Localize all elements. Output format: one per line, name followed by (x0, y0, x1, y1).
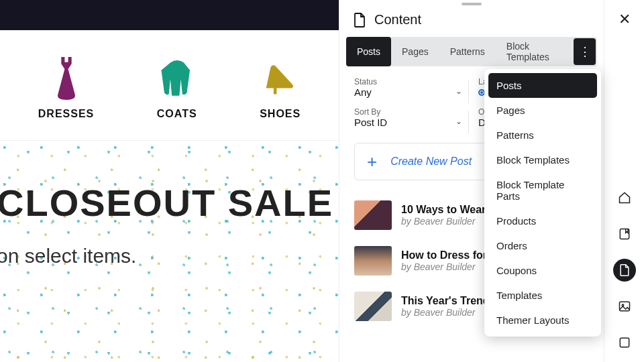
plus-icon: + (367, 152, 377, 172)
rail-content-button[interactable] (613, 259, 636, 282)
dropdown-item-coupons[interactable]: Coupons (488, 258, 597, 283)
tab-block-templates[interactable]: Block Templates (496, 37, 574, 66)
svg-rect-3 (620, 338, 629, 347)
tab-pages[interactable]: Pages (391, 37, 439, 66)
chevron-down-icon: ⌄ (455, 86, 462, 96)
category-label: SHOES (260, 108, 301, 120)
dropdown-item-pages[interactable]: Pages (488, 98, 597, 123)
close-icon: ✕ (619, 11, 631, 27)
rail-layout-button[interactable] (613, 331, 636, 354)
category-label: COATS (157, 108, 197, 120)
post-thumbnail (354, 200, 392, 230)
rail-home-button[interactable] (613, 186, 636, 209)
category-row: DRESSES COATS SHOES (0, 30, 339, 141)
filter-sort[interactable]: Sort By Post ID ⌄ (347, 103, 472, 133)
category-coats[interactable]: COATS (157, 57, 197, 120)
dropdown-item-orders[interactable]: Orders (488, 233, 597, 258)
post-thumbnail (354, 246, 392, 276)
more-tabs-button[interactable]: ⋮ (574, 38, 596, 65)
tabs: Posts Pages Patterns Block Templates ⋮ (346, 37, 597, 66)
post-author: by Beaver Builder (401, 307, 495, 318)
dropdown-item-patterns[interactable]: Patterns (488, 123, 597, 147)
filter-value: Any (354, 86, 465, 98)
coat-icon (158, 57, 196, 100)
document-icon (353, 13, 366, 27)
panel-header: Content (339, 0, 604, 37)
filter-label: Status (354, 77, 465, 86)
site-top-bar (0, 0, 339, 30)
image-icon (618, 300, 631, 313)
promo-banner: CLOSEOUT SALE on select items. (0, 141, 339, 362)
rail-bookmark-button[interactable] (613, 223, 636, 245)
category-label: DRESSES (38, 108, 94, 120)
dropdown-item-products[interactable]: Products (488, 208, 597, 233)
rail-media-button[interactable] (613, 295, 636, 318)
filter-label: Sort By (354, 107, 465, 117)
post-type-dropdown: Posts Pages Patterns Block Templates Blo… (484, 69, 601, 337)
more-icon: ⋮ (579, 44, 590, 59)
drag-handle[interactable] (462, 3, 482, 5)
promo-subtitle: on select items. (0, 245, 136, 267)
layout-icon (618, 336, 631, 349)
post-title: This Year's Trends (401, 295, 495, 307)
shoe-icon (262, 57, 299, 100)
right-rail: ✕ (604, 0, 644, 362)
tab-posts[interactable]: Posts (346, 37, 391, 66)
dropdown-item-block-templates[interactable]: Block Templates (488, 147, 597, 172)
category-dresses[interactable]: DRESSES (38, 57, 94, 120)
dress-icon (48, 57, 85, 100)
filter-value: Post ID (354, 117, 465, 128)
panel-title: Content (374, 12, 590, 27)
dropdown-item-posts[interactable]: Posts (488, 73, 597, 98)
site-preview: DRESSES COATS SHOES CLOSEOUT SALE on sel… (0, 0, 339, 362)
bookmark-icon (618, 227, 631, 241)
tab-patterns[interactable]: Patterns (439, 37, 496, 66)
chevron-down-icon: ⌄ (455, 117, 462, 126)
dropdown-item-templates[interactable]: Templates (488, 283, 597, 308)
create-label: Create New Post (390, 156, 472, 168)
promo-title: CLOSEOUT SALE (0, 181, 333, 225)
dropdown-item-block-template-parts[interactable]: Block Template Parts (488, 172, 597, 208)
close-button[interactable]: ✕ (619, 11, 631, 28)
filter-status[interactable]: Status Any ⌄ (347, 73, 472, 103)
home-icon (618, 191, 631, 204)
category-shoes[interactable]: SHOES (260, 57, 301, 120)
document-icon (618, 263, 631, 277)
post-thumbnail (354, 292, 392, 321)
svg-rect-1 (619, 302, 629, 310)
dropdown-item-themer-layouts[interactable]: Themer Layouts (488, 308, 597, 333)
